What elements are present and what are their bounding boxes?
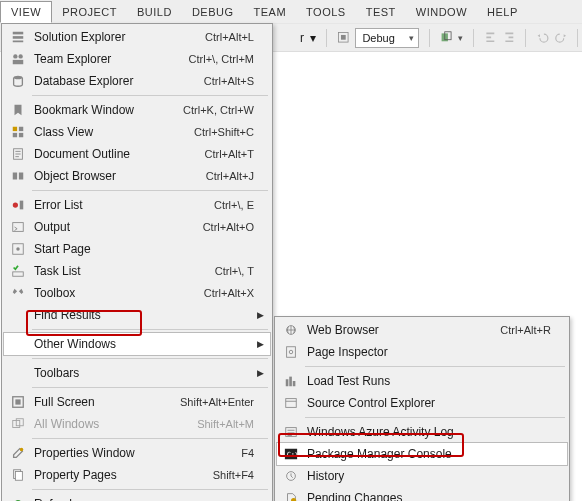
menu-item-label: Pending Changes bbox=[301, 491, 561, 501]
menu-item-error-list[interactable]: Error ListCtrl+\, E bbox=[4, 194, 270, 216]
menu-project[interactable]: PROJECT bbox=[52, 2, 127, 22]
menu-item-properties-window[interactable]: Properties WindowF4 bbox=[4, 442, 270, 464]
menu-item-task-list[interactable]: Task ListCtrl+\, T bbox=[4, 260, 270, 282]
menu-item-shortcut: Shift+F4 bbox=[213, 469, 264, 481]
toolbar-icon[interactable] bbox=[440, 29, 453, 47]
menu-item-label: Property Pages bbox=[28, 468, 213, 482]
view-dropdown-menu: Solution ExplorerCtrl+Alt+LTeam Explorer… bbox=[1, 23, 273, 501]
menu-item-shortcut: Ctrl+Shift+C bbox=[194, 126, 264, 138]
menu-separator bbox=[32, 387, 268, 388]
menu-test[interactable]: TEST bbox=[356, 2, 406, 22]
menu-item-team-explorer[interactable]: Team ExplorerCtrl+\, Ctrl+M bbox=[4, 48, 270, 70]
svg-point-32 bbox=[289, 350, 293, 354]
menu-item-load-test-runs[interactable]: Load Test Runs bbox=[277, 370, 567, 392]
menu-item-label: All Windows bbox=[28, 417, 197, 431]
menu-separator bbox=[32, 358, 268, 359]
menu-item-shortcut: Ctrl+\, T bbox=[215, 265, 264, 277]
chevron-down-icon[interactable]: ▾ bbox=[458, 33, 463, 43]
target-icon[interactable] bbox=[337, 29, 350, 47]
separator bbox=[525, 29, 526, 47]
pmc-icon: C:\ bbox=[281, 446, 301, 462]
separator bbox=[326, 29, 327, 47]
menu-item-label: Error List bbox=[28, 198, 214, 212]
menu-separator bbox=[32, 329, 268, 330]
task-icon bbox=[8, 263, 28, 279]
menu-item-windows-azure-activity-log[interactable]: Windows Azure Activity Log bbox=[277, 421, 567, 443]
menu-window[interactable]: WINDOW bbox=[406, 2, 477, 22]
svg-rect-34 bbox=[289, 377, 292, 387]
svg-rect-5 bbox=[13, 36, 24, 39]
menu-view[interactable]: VIEW bbox=[0, 1, 52, 23]
svg-rect-1 bbox=[341, 35, 346, 40]
menu-item-label: Full Screen bbox=[28, 395, 180, 409]
menu-item-property-pages[interactable]: Property PagesShift+F4 bbox=[4, 464, 270, 486]
svg-rect-12 bbox=[19, 127, 23, 131]
refresh-icon bbox=[8, 496, 28, 501]
menu-item-label: Object Browser bbox=[28, 169, 206, 183]
menu-item-source-control-explorer[interactable]: Source Control Explorer bbox=[277, 392, 567, 414]
menu-item-toolbox[interactable]: ToolboxCtrl+Alt+X bbox=[4, 282, 270, 304]
menu-item-document-outline[interactable]: Document OutlineCtrl+Alt+T bbox=[4, 143, 270, 165]
menu-item-package-manager-console[interactable]: C:\Package Manager Console bbox=[277, 443, 567, 465]
svg-rect-35 bbox=[293, 381, 296, 386]
menu-item-all-windows: All WindowsShift+Alt+M bbox=[4, 413, 270, 435]
menu-item-pending-changes[interactable]: Pending Changes bbox=[277, 487, 567, 501]
src-icon bbox=[281, 395, 301, 411]
menu-item-class-view[interactable]: Class ViewCtrl+Shift+C bbox=[4, 121, 270, 143]
svg-rect-4 bbox=[13, 32, 24, 35]
configuration-label: Debug bbox=[362, 32, 394, 44]
page-icon bbox=[281, 344, 301, 360]
menu-item-shortcut: Ctrl+Alt+T bbox=[204, 148, 264, 160]
menu-item-shortcut: Ctrl+Alt+X bbox=[204, 287, 264, 299]
menu-item-other-windows[interactable]: Other Windows▶ bbox=[4, 333, 270, 355]
error-icon bbox=[8, 197, 28, 213]
indent-in-icon[interactable] bbox=[503, 29, 516, 47]
menu-item-find-results[interactable]: Find Results▶ bbox=[4, 304, 270, 326]
redo-icon[interactable] bbox=[555, 29, 568, 47]
menu-item-full-screen[interactable]: Full ScreenShift+Alt+Enter bbox=[4, 391, 270, 413]
doc-icon bbox=[8, 146, 28, 162]
menu-debug[interactable]: DEBUG bbox=[182, 2, 244, 22]
menu-item-shortcut: Ctrl+\, E bbox=[214, 199, 264, 211]
menu-item-toolbars[interactable]: Toolbars▶ bbox=[4, 362, 270, 384]
menu-item-label: Refresh bbox=[28, 497, 264, 501]
menu-item-label: Load Test Runs bbox=[301, 374, 561, 388]
menu-item-history[interactable]: History bbox=[277, 465, 567, 487]
undo-icon[interactable] bbox=[536, 29, 549, 47]
history-icon bbox=[281, 468, 301, 484]
menu-item-label: Team Explorer bbox=[28, 52, 189, 66]
menu-item-refresh[interactable]: Refresh bbox=[4, 493, 270, 501]
svg-rect-14 bbox=[19, 133, 23, 137]
menu-item-shortcut: Shift+Alt+M bbox=[197, 418, 264, 430]
toolbar-dropdown-suffix: r bbox=[300, 31, 304, 45]
other-windows-submenu: Web BrowserCtrl+Alt+RPage InspectorLoad … bbox=[274, 316, 570, 501]
menu-tools[interactable]: TOOLS bbox=[296, 2, 356, 22]
menubar: VIEW PROJECT BUILD DEBUG TEAM TOOLS TEST… bbox=[0, 0, 582, 24]
menu-item-start-page[interactable]: Start Page bbox=[4, 238, 270, 260]
menu-item-label: Toolbox bbox=[28, 286, 204, 300]
allwin-icon bbox=[8, 416, 28, 432]
toolbox-icon bbox=[8, 285, 28, 301]
svg-rect-31 bbox=[287, 347, 296, 358]
blank-icon bbox=[8, 336, 28, 352]
menu-item-page-inspector[interactable]: Page Inspector bbox=[277, 341, 567, 363]
svg-point-18 bbox=[13, 202, 18, 207]
menu-item-database-explorer[interactable]: Database ExplorerCtrl+Alt+S bbox=[4, 70, 270, 92]
chevron-down-icon[interactable]: ▾ bbox=[310, 31, 316, 45]
menu-item-output[interactable]: OutputCtrl+Alt+O bbox=[4, 216, 270, 238]
menu-build[interactable]: BUILD bbox=[127, 2, 182, 22]
indent-out-icon[interactable] bbox=[484, 29, 497, 47]
submenu-arrow-icon: ▶ bbox=[257, 368, 264, 378]
menu-team[interactable]: TEAM bbox=[244, 2, 297, 22]
configuration-combo[interactable]: Debug ▾ bbox=[355, 28, 418, 48]
menu-item-bookmark-window[interactable]: Bookmark WindowCtrl+K, Ctrl+W bbox=[4, 99, 270, 121]
menu-item-object-browser[interactable]: Object BrowserCtrl+Alt+J bbox=[4, 165, 270, 187]
menu-item-solution-explorer[interactable]: Solution ExplorerCtrl+Alt+L bbox=[4, 26, 270, 48]
fullscreen-icon bbox=[8, 394, 28, 410]
menu-item-shortcut: F4 bbox=[241, 447, 264, 459]
menu-help[interactable]: HELP bbox=[477, 2, 528, 22]
menu-item-web-browser[interactable]: Web BrowserCtrl+Alt+R bbox=[277, 319, 567, 341]
menu-item-label: Task List bbox=[28, 264, 215, 278]
pending-icon bbox=[281, 490, 301, 501]
menu-separator bbox=[32, 438, 268, 439]
